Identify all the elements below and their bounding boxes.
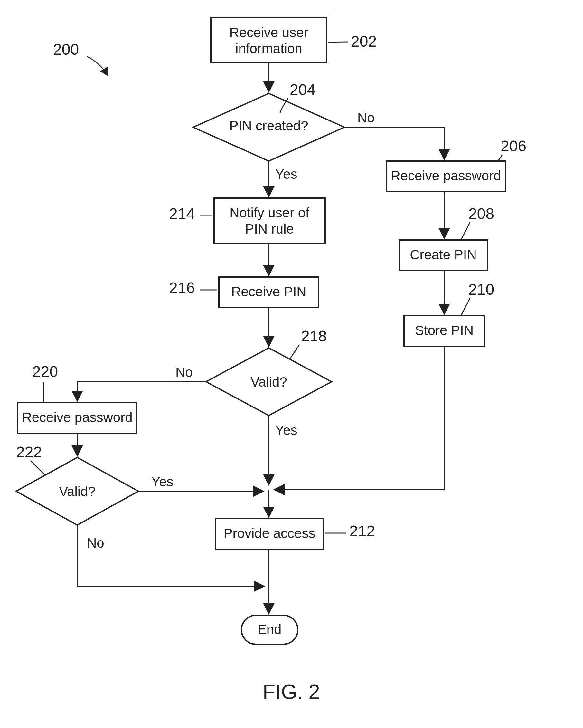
node-220-ref: 220 xyxy=(32,363,58,380)
node-202-line1: Receive user xyxy=(229,25,308,40)
node-202-box xyxy=(211,18,327,63)
node-end-text: End xyxy=(257,622,282,637)
node-210-text: Store PIN xyxy=(415,323,474,338)
node-210-ref: 210 xyxy=(468,281,494,298)
node-208-ref: 208 xyxy=(468,205,494,222)
edge-218-yes-label: Yes xyxy=(275,423,298,438)
node-216-ref: 216 xyxy=(169,279,195,296)
node-206-ref: 206 xyxy=(501,137,526,155)
node-214-ref: 214 xyxy=(169,205,195,222)
node-206-text: Receive password xyxy=(390,168,501,183)
node-218-ref: 218 xyxy=(301,328,327,345)
node-214-box xyxy=(214,198,325,243)
node-202-leader xyxy=(328,42,348,43)
edge-204-no-label: No xyxy=(357,110,375,125)
edge-218-no-label: No xyxy=(175,365,193,380)
edge-204-206 xyxy=(344,127,444,159)
node-212-ref: 212 xyxy=(349,522,375,540)
node-210-leader xyxy=(460,298,470,317)
edge-222-yes-label: Yes xyxy=(151,474,173,489)
node-214-line1: Notify user of xyxy=(229,205,309,220)
node-212-text: Provide access xyxy=(224,526,315,541)
node-204-ref: 204 xyxy=(290,81,315,98)
flowchart: 200 Receive user information 202 PIN cre… xyxy=(0,0,583,728)
node-222-ref: 222 xyxy=(16,444,42,461)
node-222-text: Valid? xyxy=(59,484,95,499)
diagram-ref: 200 xyxy=(53,41,79,58)
node-216-text: Receive PIN xyxy=(231,284,306,299)
node-214-line2: PIN rule xyxy=(245,221,294,236)
node-204-text: PIN created? xyxy=(229,118,308,133)
node-218-leader xyxy=(290,345,299,359)
figure-label: FIG. 2 xyxy=(263,680,320,703)
edge-204-yes-label: Yes xyxy=(275,166,298,182)
edge-222-no-label: No xyxy=(87,536,104,550)
edge-218-220 xyxy=(77,382,206,401)
diagram-ref-pointer xyxy=(87,56,108,76)
node-208-leader xyxy=(460,222,470,241)
node-208-text: Create PIN xyxy=(410,247,477,262)
node-220-text: Receive password xyxy=(22,410,132,425)
node-222-leader xyxy=(31,461,45,475)
node-202-ref: 202 xyxy=(351,33,377,50)
node-218-text: Valid? xyxy=(250,374,287,389)
node-202-line2: information xyxy=(235,41,302,56)
